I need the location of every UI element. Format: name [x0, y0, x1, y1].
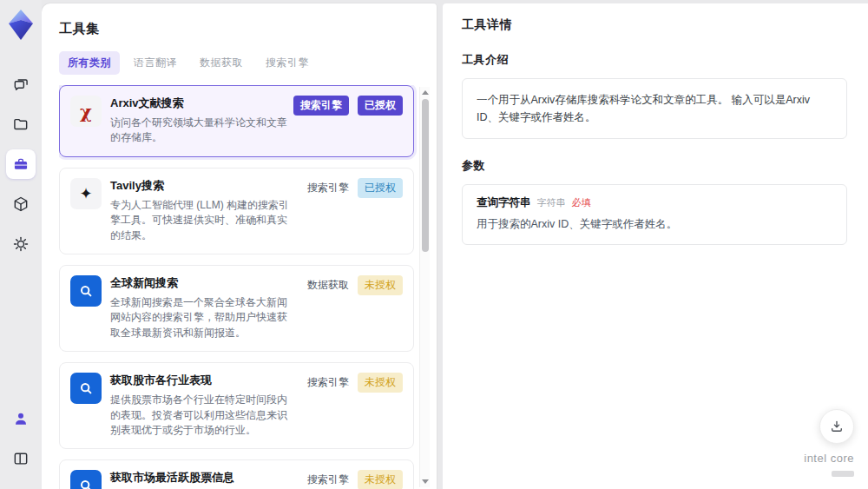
tool-name: 获取市场最活跃股票信息: [110, 470, 292, 486]
tool-card-global-news[interactable]: 全球新闻搜索 全球新闻搜索是一个聚合全球各大新闻网站内容的搜索引擎，帮助用户快速…: [59, 265, 414, 352]
settings-icon[interactable]: [6, 229, 36, 259]
tool-card-tavily[interactable]: ✦ Tavily搜索 专为人工智能代理 (LLM) 构建的搜索引擎工具。可快速提…: [59, 168, 414, 254]
intel-core-logo: intel core: [804, 453, 854, 480]
status-badge: 已授权: [358, 178, 403, 198]
tool-list: χ Arxiv文献搜索 访问各个研究领域大量科学论文和文章的存储库。 搜索引擎 …: [59, 85, 437, 489]
intro-heading: 工具介绍: [462, 52, 847, 68]
tab-data-fetch[interactable]: 数据获取: [191, 51, 252, 75]
tool-name: 获取股市各行业表现: [110, 373, 292, 388]
tool-card-industry-performance[interactable]: 获取股市各行业表现 提供股票市场各个行业在特定时间段内的表现。投资者可以利用这些…: [59, 362, 414, 449]
tool-description: 访问各个研究领域大量科学论文和文章的存储库。: [110, 116, 292, 146]
arxiv-icon: χ: [70, 96, 102, 127]
tab-language-translation[interactable]: 语言翻译: [125, 51, 186, 75]
parameter-item: 查询字符串 字符串 必填 用于搜索的Arxiv ID、关键字或作者姓名。: [462, 184, 847, 245]
details-title: 工具详情: [462, 17, 847, 33]
tool-name: 全球新闻搜索: [110, 275, 292, 291]
category-label: 搜索引擎: [307, 373, 349, 393]
tab-search-engine[interactable]: 搜索引擎: [257, 51, 318, 75]
parameter-name: 查询字符串: [477, 195, 531, 210]
chat-icon[interactable]: [6, 69, 36, 99]
tavily-star-icon: ✦: [70, 178, 102, 209]
tool-name: Tavily搜索: [110, 178, 292, 194]
scroll-up-arrow-icon[interactable]: [422, 90, 429, 95]
folder-icon[interactable]: [6, 109, 36, 139]
tool-description: 专为人工智能代理 (LLM) 构建的搜索引擎工具。可快速提供实时、准确和真实的结…: [110, 198, 292, 243]
tool-description: 全球新闻搜索是一个聚合全球各大新闻网站内容的搜索引擎，帮助用户快速获取全球最新资…: [110, 295, 292, 340]
status-badge: 未授权: [358, 275, 403, 295]
parameter-required-flag: 必填: [572, 196, 591, 209]
category-label: 搜索引擎: [307, 178, 349, 198]
parameter-type: 字符串: [537, 196, 566, 209]
main-content: 工具集 所有类别 语言翻译 数据获取 搜索引擎 χ Arxiv文献搜索 访问各个…: [42, 0, 868, 489]
package-icon[interactable]: [6, 189, 36, 219]
page-title: 工具集: [59, 21, 437, 37]
tool-details-panel: 工具详情 工具介绍 一个用于从Arxiv存储库搜索科学论文和文章的工具。 输入可…: [443, 3, 868, 489]
status-badge: 已授权: [358, 96, 403, 116]
list-scrollbar[interactable]: [419, 87, 430, 487]
magnifier-icon: [70, 470, 102, 489]
params-heading: 参数: [462, 158, 847, 174]
download-button[interactable]: [819, 409, 854, 444]
magnifier-icon: [70, 275, 102, 307]
left-rail: [0, 0, 42, 489]
user-icon[interactable]: [6, 404, 36, 433]
tool-list-panel: 工具集 所有类别 语言翻译 数据获取 搜索引擎 χ Arxiv文献搜索 访问各个…: [42, 3, 437, 489]
category-label: 搜索引擎: [307, 470, 349, 489]
category-badge: 搜索引擎: [293, 96, 349, 116]
tool-card-most-active-stocks[interactable]: 获取市场最活跃股票信息 提供当天交易量最高的股票列表。投资者可以利用这些信息来识…: [59, 459, 414, 489]
status-badge: 未授权: [358, 470, 403, 489]
toolbox-icon[interactable]: [6, 149, 36, 179]
tool-description: 提供股票市场各个行业在特定时间段内的表现。投资者可以利用这些信息来识别表现优于或…: [110, 393, 292, 438]
scroll-down-arrow-icon[interactable]: [422, 479, 429, 484]
status-badge: 未授权: [358, 373, 403, 393]
intel-core-text: intel core: [804, 453, 854, 465]
tool-card-arxiv[interactable]: χ Arxiv文献搜索 访问各个研究领域大量科学论文和文章的存储库。 搜索引擎 …: [59, 85, 414, 157]
category-tabs: 所有类别 语言翻译 数据获取 搜索引擎: [59, 51, 437, 75]
tool-intro-text: 一个用于从Arxiv存储库搜索科学论文和文章的工具。 输入可以是Arxiv ID…: [462, 78, 847, 139]
panel-toggle-icon[interactable]: [6, 444, 36, 473]
parameter-description: 用于搜索的Arxiv ID、关键字或作者姓名。: [477, 217, 832, 232]
intel-core-sub-badge: [832, 471, 854, 477]
category-label: 数据获取: [307, 275, 349, 295]
scrollbar-thumb[interactable]: [422, 99, 429, 252]
tab-all-categories[interactable]: 所有类别: [59, 51, 120, 75]
app-logo-icon: [8, 9, 34, 42]
tool-name: Arxiv文献搜索: [110, 96, 292, 111]
download-icon: [829, 419, 845, 434]
magnifier-icon: [70, 373, 102, 404]
